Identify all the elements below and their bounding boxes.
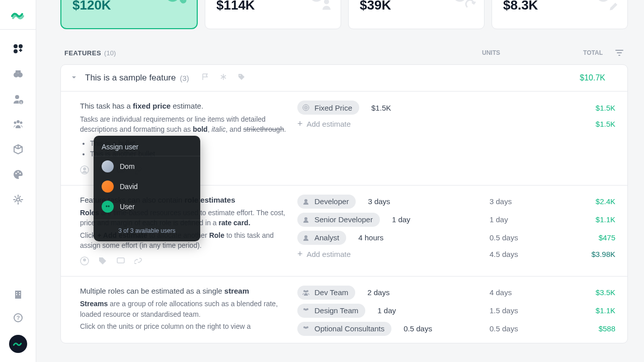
estimate-amount[interactable]: 3 days [368,197,390,206]
estimate-amount[interactable]: 0.5 days [404,324,432,333]
estimate-total: $2.4K [570,197,615,206]
svg-point-10 [17,120,20,123]
estimate-chip[interactable]: Fixed Price [297,101,359,115]
svg-point-0 [14,44,18,48]
svg-point-4 [18,72,23,77]
svg-point-48 [305,291,307,293]
logo[interactable] [0,9,36,30]
summary-card-2[interactable]: $114K $ [205,0,341,29]
estimate-amount[interactable]: 2 days [367,288,389,297]
nav-team[interactable] [12,118,24,130]
svg-point-12 [20,122,22,124]
assign-user-button[interactable] [80,256,89,269]
summary-card-1[interactable]: $120K $ [60,0,198,29]
avatar: •• [102,201,114,213]
team-icon [301,288,310,297]
nav-design[interactable] [12,168,24,180]
card-value: $8.3K [503,0,538,13]
filter-icon [615,48,624,57]
stream-chip[interactable]: Design Team [297,304,365,318]
card-value: $120K [72,0,111,13]
tag-button[interactable] [237,73,246,83]
tag-icon [98,256,107,265]
role-chip[interactable]: Developer [297,195,356,209]
svg-point-13 [15,173,17,174]
column-total: TOTAL [562,49,603,56]
svg-point-31 [596,0,610,2]
nav-dashboard[interactable] [12,43,24,55]
feature-row[interactable]: This is a sample feature (3) $10.7K [61,65,627,92]
svg-point-28 [324,0,329,4]
nav-settings[interactable] [12,194,24,206]
svg-point-16 [17,198,20,201]
person-money-icon: $ [13,94,24,105]
nav-help[interactable]: ? [12,312,24,324]
svg-point-14 [17,171,19,173]
task-estimates: Fixed Price $1.5K $1.5K +Add estimate $1… [297,101,617,178]
card-value: $114K [216,0,255,13]
estimate-amount[interactable]: 4 hours [358,233,383,242]
feature-count: (3) [180,74,189,82]
assign-user-button[interactable] [80,165,89,178]
nav-search[interactable] [12,68,24,80]
flag-icon [201,73,209,81]
comment-action[interactable] [116,256,125,269]
svg-rect-5 [16,70,21,73]
tag-action[interactable] [98,256,107,269]
add-estimate-button[interactable]: +Add estimate [297,249,351,259]
summary-card-4[interactable]: $8.3K $ [492,0,628,29]
filter-button[interactable] [603,48,624,57]
estimate-units: 0.5 days [490,233,570,242]
svg-point-41 [83,258,86,261]
svg-point-44 [304,217,307,220]
money-edit-icon: $ [593,0,620,14]
estimate-amount[interactable]: $1.5K [371,104,391,112]
nav-package[interactable] [12,143,24,155]
svg-point-51 [305,309,307,311]
user-option[interactable]: David [94,176,200,197]
role-chip[interactable]: Analyst [297,231,346,245]
star-button[interactable] [219,73,227,83]
svg-point-45 [304,235,307,238]
svg-rect-20 [16,294,17,295]
features-count: (10) [104,49,116,57]
task-row: Multiple roles can be estimated as a sin… [61,277,627,343]
money-person-icon: $ [306,0,334,14]
svg-rect-42 [117,258,124,263]
grid-icon [13,43,24,54]
estimate-amount[interactable]: 1 day [377,306,396,315]
summary-card-3[interactable]: $39K $ [348,0,485,29]
features-header: FEATURES (10) UNITS TOTAL [60,48,628,57]
flag-button[interactable] [201,73,209,83]
column-units: UNITS [482,49,562,56]
nav-people-money[interactable]: $ [12,93,24,105]
estimate-total: $3.5K [570,288,615,297]
user-circle-icon [80,256,89,265]
link-action[interactable] [134,256,143,269]
assign-user-popover: Assign user Dom David ••User 3 of 3 avai… [94,136,200,241]
estimate-total: $475 [570,233,615,242]
user-option[interactable]: Dom [94,156,200,176]
team-icon [13,119,24,130]
estimate-units: 1 day [490,215,570,224]
nav-org[interactable] [12,289,24,301]
add-estimate-button[interactable]: +Add estimate [297,119,351,129]
person-icon [301,233,310,242]
sidebar: $ ? [0,0,36,362]
cube-icon [13,144,24,155]
estimate-units: 3 days [490,197,570,206]
stream-chip[interactable]: Optional Consultants [297,322,391,336]
role-chip[interactable]: Senior Developer [297,213,380,227]
estimate-units: 0.5 days [490,324,570,333]
money-refresh-icon: $ [450,0,477,14]
user-option[interactable]: ••User [94,197,200,217]
avatar [102,180,114,193]
user-avatar[interactable] [9,335,27,353]
estimate-amount[interactable]: 1 day [392,215,411,224]
svg-point-15 [19,173,21,174]
expand-toggle[interactable] [71,73,79,82]
team-icon [301,324,310,333]
svg-point-43 [304,199,307,202]
stream-chip[interactable]: Dev Team [297,286,355,300]
svg-point-2 [14,49,18,53]
